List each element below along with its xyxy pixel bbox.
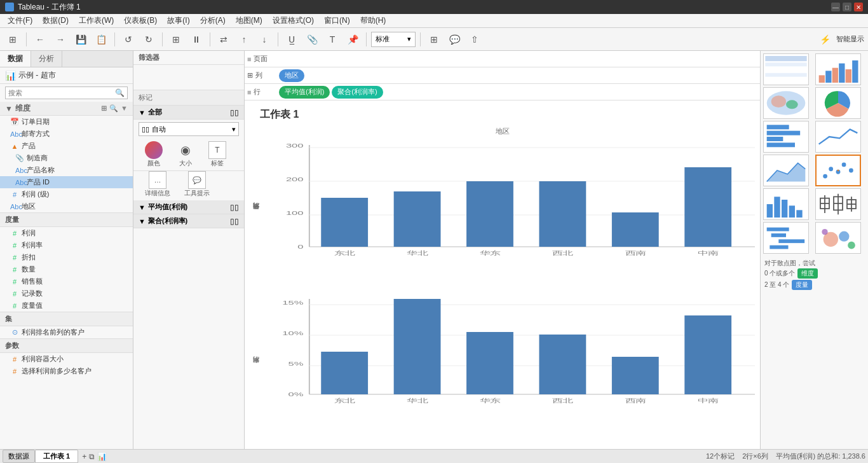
svg-text:15%: 15% xyxy=(282,300,303,306)
data-source-label[interactable]: 📊 示例 - 超市 xyxy=(0,67,133,84)
svg-point-54 xyxy=(771,95,786,107)
marks-all-header[interactable]: ▼ 全部 ▯▯ xyxy=(133,106,244,120)
chart-view-button[interactable]: ⊞ xyxy=(425,31,443,48)
menu-window[interactable]: 窗口(N) xyxy=(319,14,355,27)
field-product-group[interactable]: ▲ 产品 xyxy=(0,140,133,152)
smart-show-icon[interactable]: ⚡ xyxy=(816,31,834,48)
add-worksheet-icon[interactable]: + xyxy=(82,452,86,461)
field-profit[interactable]: # 利润 xyxy=(0,227,133,239)
field-sales[interactable]: # 销售额 xyxy=(0,275,133,287)
svg-rect-45 xyxy=(765,73,806,77)
field-product-id[interactable]: Abc 产品 ID xyxy=(0,176,133,188)
menu-data[interactable]: 数据(D) xyxy=(37,14,74,27)
field-profit-size[interactable]: # 利润容器大小 xyxy=(0,353,133,365)
duplicate-icon[interactable]: ⧉ xyxy=(89,452,95,461)
menu-help[interactable]: 帮助(H) xyxy=(355,14,391,27)
menu-dashboard[interactable]: 仪表板(B) xyxy=(119,14,162,27)
viz-bar-side[interactable] xyxy=(815,53,861,85)
marks-type-dropdown[interactable]: ▯▯ 自动 ▾ xyxy=(139,122,239,136)
hash-green-icon: # xyxy=(10,230,19,237)
menu-format[interactable]: 设置格式(O) xyxy=(268,14,319,27)
dimension-section-header[interactable]: ▼ 维度 ⊞ 🔍 ▼ xyxy=(0,102,133,116)
datasource-tab[interactable]: 数据源 xyxy=(3,450,35,463)
field-record-count[interactable]: # 记录数 xyxy=(0,287,133,300)
underline-button[interactable]: U̲ xyxy=(283,31,301,48)
tab-analysis[interactable]: 分析 xyxy=(31,51,62,67)
viz-box[interactable] xyxy=(815,188,861,220)
viz-scatter[interactable] xyxy=(815,155,861,186)
grid-icon[interactable]: ⊞ xyxy=(101,104,107,113)
viz-area[interactable] xyxy=(763,155,809,186)
viz-table[interactable] xyxy=(763,53,809,85)
field-measure-value-label: 度量值 xyxy=(22,301,43,310)
row-pill-profit-rate[interactable]: 聚合(利润率) xyxy=(332,86,383,99)
field-ship-mode[interactable]: Abc 邮寄方式 xyxy=(0,128,133,140)
field-discount[interactable]: # 折扣 xyxy=(0,251,133,263)
tab-data[interactable]: 数据 xyxy=(0,51,31,67)
minimize-button[interactable]: — xyxy=(831,3,840,11)
viz-bubble[interactable] xyxy=(815,222,861,254)
field-select-top-n[interactable]: # 选择利润前多少名客户 xyxy=(0,365,133,377)
new-ds-icon[interactable]: 📊 xyxy=(97,452,107,461)
marks-tooltip-item[interactable]: 💬 工具提示 xyxy=(178,171,216,198)
close-button[interactable]: ✕ xyxy=(854,3,863,11)
field-profit-level[interactable]: # 利润 (级) xyxy=(0,188,133,200)
row-pill-avg-profit[interactable]: 平均值(利润) xyxy=(279,86,330,99)
save-as-button[interactable]: 📋 xyxy=(92,31,110,48)
field-order-date[interactable]: 📅 订单日期 xyxy=(0,116,133,128)
title-bar-controls[interactable]: — □ ✕ xyxy=(831,3,863,11)
tooltip-icon: 💬 xyxy=(188,171,206,189)
undo-button[interactable]: ↺ xyxy=(119,31,137,48)
field-product-name[interactable]: Abc 产品名称 xyxy=(0,164,133,176)
save-button[interactable]: 💾 xyxy=(72,31,90,48)
field-quantity[interactable]: # 数量 xyxy=(0,263,133,275)
marks-size-item[interactable]: ◉ 大小 xyxy=(170,141,201,168)
search-input[interactable] xyxy=(8,89,115,97)
canvas-area: ≡ 页面 ⊞ 列 地区 ≡ 行 平均值(利润) 聚合(利润率) xyxy=(245,51,760,449)
share-button[interactable]: ⇧ xyxy=(466,31,484,48)
marks-detail-item[interactable]: … 详细信息 xyxy=(139,171,177,198)
sort-asc-button[interactable]: ↑ xyxy=(235,31,253,48)
svg-rect-11 xyxy=(466,181,513,247)
field-profit-rate[interactable]: # 利润率 xyxy=(0,239,133,251)
svg-rect-56 xyxy=(767,125,789,129)
viz-gantt[interactable] xyxy=(763,222,809,254)
marks-label-item[interactable]: T 标签 xyxy=(202,141,233,168)
toolbar-icon1[interactable]: ⊞ xyxy=(4,31,22,48)
text-button[interactable]: T xyxy=(323,31,341,48)
marks-color-item[interactable]: 颜色 xyxy=(139,141,169,168)
menu-worksheet[interactable]: 工作表(W) xyxy=(74,14,119,27)
marks-measure1-header[interactable]: ▼ 平均值(利润) ▯▯ xyxy=(133,200,244,214)
clip-button[interactable]: 📎 xyxy=(303,31,321,48)
field-top-customers[interactable]: ⊙ 利润排名前列的客户 xyxy=(0,326,133,338)
pin-button[interactable]: 📌 xyxy=(344,31,362,48)
menu-file[interactable]: 文件(F) xyxy=(3,14,37,27)
redo-button[interactable]: ↻ xyxy=(140,31,158,48)
swap-button[interactable]: ⇄ xyxy=(215,31,233,48)
forward-button[interactable]: → xyxy=(51,31,69,48)
viz-pie[interactable] xyxy=(815,87,861,119)
marks-measure2-header[interactable]: ▼ 聚合(利润率) ▯▯ xyxy=(133,214,244,228)
menu-analysis[interactable]: 分析(A) xyxy=(195,14,231,27)
worksheet-tab-1[interactable]: 工作表 1 xyxy=(35,450,78,463)
pause-button[interactable]: ⏸ xyxy=(187,31,205,48)
view-size-dropdown[interactable]: 标准 ▾ xyxy=(371,32,416,47)
sort-desc-button[interactable]: ↓ xyxy=(255,31,273,48)
search-field-icon[interactable]: 🔍 xyxy=(109,104,118,113)
menu-map[interactable]: 地图(M) xyxy=(231,14,268,27)
add-field-icon[interactable]: ▼ xyxy=(121,104,128,113)
field-measure-value[interactable]: # 度量值 xyxy=(0,300,133,312)
viz-histogram[interactable] xyxy=(763,188,809,220)
maximize-button[interactable]: □ xyxy=(843,3,851,11)
svg-rect-51 xyxy=(846,69,851,83)
field-manufacturer[interactable]: 📎 制造商 xyxy=(0,152,133,164)
viz-map[interactable] xyxy=(763,87,809,119)
menu-story[interactable]: 故事(I) xyxy=(162,14,194,27)
col-pill-region[interactable]: 地区 xyxy=(279,69,304,82)
tooltip-button[interactable]: 💬 xyxy=(445,31,463,48)
field-region[interactable]: Abc 地区 xyxy=(0,200,133,212)
new-datasource-button[interactable]: ⊞ xyxy=(167,31,185,48)
viz-line[interactable] xyxy=(815,121,861,153)
viz-h-bar[interactable] xyxy=(763,121,809,153)
back-button[interactable]: ← xyxy=(31,31,49,48)
